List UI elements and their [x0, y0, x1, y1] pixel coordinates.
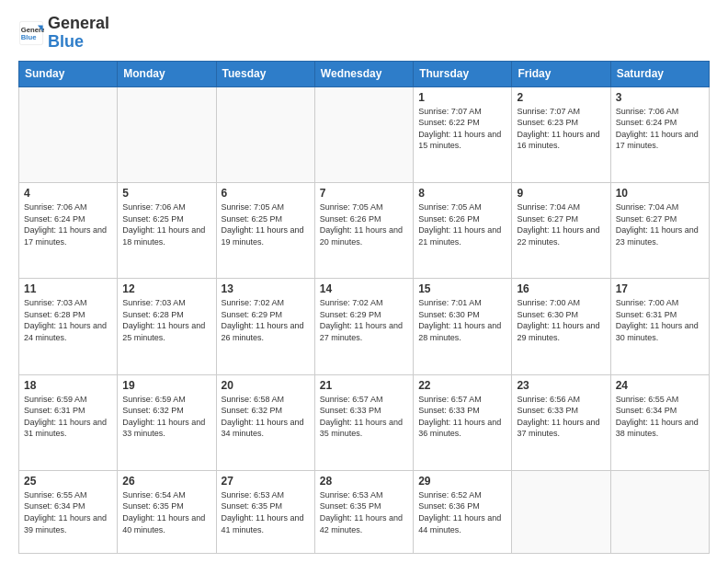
weekday-header-friday: Friday	[512, 61, 610, 86]
calendar-cell: 11Sunrise: 7:03 AM Sunset: 6:28 PM Dayli…	[19, 279, 118, 374]
day-number: 29	[418, 475, 506, 488]
weekday-header-monday: Monday	[118, 61, 216, 86]
day-info: Sunrise: 7:00 AM Sunset: 6:31 PM Dayligh…	[616, 297, 704, 343]
day-number: 19	[122, 379, 210, 392]
day-info: Sunrise: 6:56 AM Sunset: 6:33 PM Dayligh…	[517, 394, 605, 440]
logo-icon: General Blue	[18, 20, 44, 46]
day-info: Sunrise: 7:07 AM Sunset: 6:22 PM Dayligh…	[418, 106, 506, 152]
day-number: 2	[517, 91, 605, 104]
day-info: Sunrise: 6:53 AM Sunset: 6:35 PM Dayligh…	[222, 489, 310, 535]
day-number: 21	[320, 379, 408, 392]
day-info: Sunrise: 7:04 AM Sunset: 6:27 PM Dayligh…	[616, 201, 704, 247]
calendar-cell	[118, 86, 216, 182]
weekday-header-thursday: Thursday	[414, 61, 512, 86]
calendar-cell: 15Sunrise: 7:01 AM Sunset: 6:30 PM Dayli…	[414, 279, 512, 374]
day-info: Sunrise: 7:06 AM Sunset: 6:24 PM Dayligh…	[24, 201, 112, 247]
calendar-cell	[512, 470, 610, 553]
calendar-cell: 7Sunrise: 7:05 AM Sunset: 6:26 PM Daylig…	[314, 182, 413, 278]
day-info: Sunrise: 7:05 AM Sunset: 6:25 PM Dayligh…	[222, 201, 310, 247]
day-info: Sunrise: 7:03 AM Sunset: 6:28 PM Dayligh…	[24, 297, 112, 343]
calendar-cell: 13Sunrise: 7:02 AM Sunset: 6:29 PM Dayli…	[216, 279, 314, 374]
calendar-cell: 14Sunrise: 7:02 AM Sunset: 6:29 PM Dayli…	[314, 279, 413, 374]
calendar-table: SundayMondayTuesdayWednesdayThursdayFrid…	[18, 61, 710, 554]
logo: General Blue General Blue	[18, 15, 109, 52]
day-number: 11	[24, 282, 112, 295]
week-row-3: 18Sunrise: 6:59 AM Sunset: 6:31 PM Dayli…	[19, 374, 710, 470]
day-info: Sunrise: 7:04 AM Sunset: 6:27 PM Dayligh…	[517, 201, 605, 247]
day-number: 23	[517, 379, 605, 392]
day-info: Sunrise: 7:07 AM Sunset: 6:23 PM Dayligh…	[517, 106, 605, 152]
logo-text: General	[48, 15, 109, 33]
calendar-cell: 28Sunrise: 6:53 AM Sunset: 6:35 PM Dayli…	[314, 470, 413, 553]
weekday-header-row: SundayMondayTuesdayWednesdayThursdayFrid…	[19, 61, 710, 86]
day-info: Sunrise: 7:01 AM Sunset: 6:30 PM Dayligh…	[418, 297, 506, 343]
weekday-header-saturday: Saturday	[610, 61, 709, 86]
day-number: 10	[616, 187, 704, 200]
day-number: 27	[222, 475, 310, 488]
day-number: 14	[320, 282, 408, 295]
calendar-cell: 4Sunrise: 7:06 AM Sunset: 6:24 PM Daylig…	[19, 182, 118, 278]
calendar-cell	[19, 86, 118, 182]
calendar-cell: 9Sunrise: 7:04 AM Sunset: 6:27 PM Daylig…	[512, 182, 610, 278]
day-number: 26	[122, 475, 210, 488]
day-number: 16	[517, 282, 605, 295]
calendar-cell: 8Sunrise: 7:05 AM Sunset: 6:26 PM Daylig…	[414, 182, 512, 278]
day-info: Sunrise: 7:06 AM Sunset: 6:24 PM Dayligh…	[616, 106, 704, 152]
calendar-cell: 29Sunrise: 6:52 AM Sunset: 6:36 PM Dayli…	[414, 470, 512, 553]
day-info: Sunrise: 6:52 AM Sunset: 6:36 PM Dayligh…	[418, 489, 506, 535]
day-number: 6	[222, 187, 310, 200]
calendar-cell: 18Sunrise: 6:59 AM Sunset: 6:31 PM Dayli…	[19, 374, 118, 470]
day-number: 25	[24, 475, 112, 488]
day-info: Sunrise: 6:57 AM Sunset: 6:33 PM Dayligh…	[320, 394, 408, 440]
calendar-cell: 12Sunrise: 7:03 AM Sunset: 6:28 PM Dayli…	[118, 279, 216, 374]
day-number: 5	[122, 187, 210, 200]
calendar-cell: 25Sunrise: 6:55 AM Sunset: 6:34 PM Dayli…	[19, 470, 118, 553]
day-info: Sunrise: 7:03 AM Sunset: 6:28 PM Dayligh…	[122, 297, 210, 343]
day-number: 7	[320, 187, 408, 200]
calendar-cell: 10Sunrise: 7:04 AM Sunset: 6:27 PM Dayli…	[610, 182, 709, 278]
day-number: 24	[616, 379, 704, 392]
weekday-header-wednesday: Wednesday	[314, 61, 413, 86]
calendar-cell: 23Sunrise: 6:56 AM Sunset: 6:33 PM Dayli…	[512, 374, 610, 470]
calendar-cell	[610, 470, 709, 553]
calendar-cell	[216, 86, 314, 182]
header: General Blue General Blue	[18, 15, 710, 52]
day-info: Sunrise: 6:58 AM Sunset: 6:32 PM Dayligh…	[222, 394, 310, 440]
calendar-cell	[314, 86, 413, 182]
calendar-cell: 3Sunrise: 7:06 AM Sunset: 6:24 PM Daylig…	[610, 86, 709, 182]
day-info: Sunrise: 7:00 AM Sunset: 6:30 PM Dayligh…	[517, 297, 605, 343]
day-number: 28	[320, 475, 408, 488]
svg-text:Blue: Blue	[21, 33, 37, 41]
day-info: Sunrise: 7:05 AM Sunset: 6:26 PM Dayligh…	[418, 201, 506, 247]
weekday-header-sunday: Sunday	[19, 61, 118, 86]
day-number: 18	[24, 379, 112, 392]
day-number: 20	[222, 379, 310, 392]
week-row-2: 11Sunrise: 7:03 AM Sunset: 6:28 PM Dayli…	[19, 279, 710, 374]
day-info: Sunrise: 6:54 AM Sunset: 6:35 PM Dayligh…	[122, 489, 210, 535]
page: General Blue General Blue SundayMondayTu…	[0, 0, 728, 563]
week-row-1: 4Sunrise: 7:06 AM Sunset: 6:24 PM Daylig…	[19, 182, 710, 278]
day-info: Sunrise: 6:57 AM Sunset: 6:33 PM Dayligh…	[418, 394, 506, 440]
day-number: 22	[418, 379, 506, 392]
day-info: Sunrise: 6:59 AM Sunset: 6:31 PM Dayligh…	[24, 394, 112, 440]
day-number: 4	[24, 187, 112, 200]
day-info: Sunrise: 7:06 AM Sunset: 6:25 PM Dayligh…	[122, 201, 210, 247]
calendar-cell: 24Sunrise: 6:55 AM Sunset: 6:34 PM Dayli…	[610, 374, 709, 470]
calendar-cell: 27Sunrise: 6:53 AM Sunset: 6:35 PM Dayli…	[216, 470, 314, 553]
calendar-cell: 6Sunrise: 7:05 AM Sunset: 6:25 PM Daylig…	[216, 182, 314, 278]
calendar-cell: 17Sunrise: 7:00 AM Sunset: 6:31 PM Dayli…	[610, 279, 709, 374]
day-number: 1	[418, 91, 506, 104]
day-number: 13	[222, 282, 310, 295]
day-info: Sunrise: 6:53 AM Sunset: 6:35 PM Dayligh…	[320, 489, 408, 535]
week-row-0: 1Sunrise: 7:07 AM Sunset: 6:22 PM Daylig…	[19, 86, 710, 182]
day-info: Sunrise: 7:02 AM Sunset: 6:29 PM Dayligh…	[222, 297, 310, 343]
day-number: 8	[418, 187, 506, 200]
calendar-cell: 5Sunrise: 7:06 AM Sunset: 6:25 PM Daylig…	[118, 182, 216, 278]
day-info: Sunrise: 6:55 AM Sunset: 6:34 PM Dayligh…	[616, 394, 704, 440]
day-number: 3	[616, 91, 704, 104]
calendar-cell: 26Sunrise: 6:54 AM Sunset: 6:35 PM Dayli…	[118, 470, 216, 553]
day-info: Sunrise: 7:05 AM Sunset: 6:26 PM Dayligh…	[320, 201, 408, 247]
day-number: 17	[616, 282, 704, 295]
day-info: Sunrise: 7:02 AM Sunset: 6:29 PM Dayligh…	[320, 297, 408, 343]
calendar-cell: 22Sunrise: 6:57 AM Sunset: 6:33 PM Dayli…	[414, 374, 512, 470]
